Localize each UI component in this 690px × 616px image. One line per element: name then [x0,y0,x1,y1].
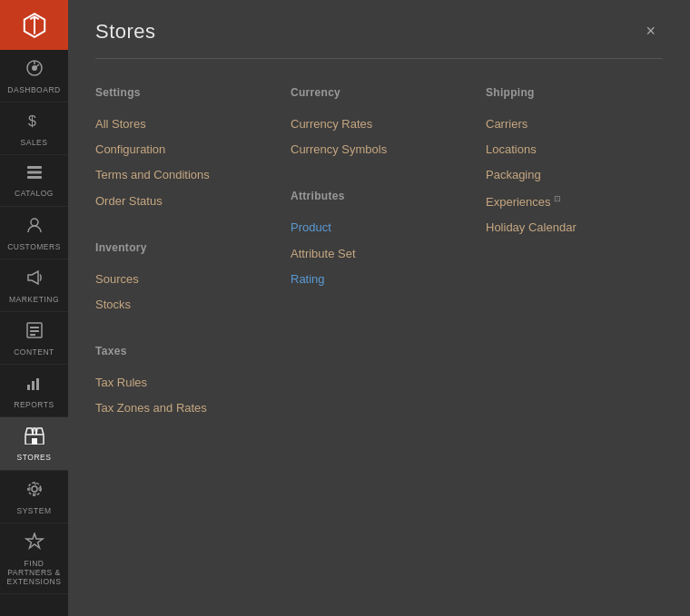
svg-marker-21 [26,533,43,548]
stores-panel: Stores × Settings All Stores Configurati… [68,0,690,616]
attributes-title: Attributes [291,190,468,202]
link-holiday-calendar[interactable]: Holiday Calendar [486,215,663,240]
system-label: SYSTEM [17,506,52,515]
column-1: Settings All Stores Configuration Terms … [95,86,272,449]
attributes-section: Attributes Product Attribute Set Rating [291,190,468,292]
link-packaging[interactable]: Packaging [486,162,663,188]
link-all-stores[interactable]: All Stores [95,112,272,137]
sidebar-item-content[interactable]: CONTENT [0,312,68,365]
reports-icon [25,374,44,396]
catalog-icon [25,164,44,185]
inventory-section: Inventory Sources Stocks [95,241,272,318]
sidebar-item-sales[interactable]: $ SALES [0,103,68,155]
sidebar-item-reports[interactable]: REPORTS [0,365,68,417]
marketing-label: MARKETING [9,295,59,304]
panel-header: Stores × [95,18,663,59]
svg-point-8 [31,219,38,226]
link-order-status[interactable]: Order Status [95,189,272,214]
sidebar-item-system[interactable]: SYSTEM [0,471,68,523]
svg-line-3 [36,64,39,67]
link-sources[interactable]: Sources [95,267,272,292]
shipping-section: Shipping Carriers Locations Packaging Ex… [486,86,663,240]
column-2: Currency Currency Rates Currency Symbols… [291,86,468,449]
svg-text:$: $ [28,113,36,129]
link-product[interactable]: Product [291,215,468,240]
sidebar-item-customers[interactable]: CUSTOMERS [0,207,68,259]
marketing-icon [25,269,44,291]
experiences-sup: ⊡ [554,194,561,203]
taxes-section: Taxes Tax Rules Tax Zones and Rates [95,345,272,421]
stores-label: STORES [17,453,52,462]
panel-title: Stores [95,20,156,44]
link-tax-rules[interactable]: Tax Rules [95,370,272,396]
settings-section: Settings All Stores Configuration Terms … [95,86,272,214]
link-configuration[interactable]: Configuration [95,137,272,162]
link-terms-conditions[interactable]: Terms and Conditions [95,162,272,188]
inventory-title: Inventory [95,241,272,254]
link-attribute-set[interactable]: Attribute Set [291,241,468,267]
svg-rect-6 [27,171,42,174]
dashboard-icon [25,59,44,82]
dashboard-label: DASHBOARD [7,85,60,94]
close-button[interactable]: × [638,18,663,44]
svg-rect-11 [30,330,39,332]
customers-label: CUSTOMERS [7,242,61,251]
svg-rect-5 [27,166,42,169]
svg-rect-13 [27,385,30,390]
sidebar-item-marketing[interactable]: MARKETING [0,259,68,312]
magento-logo [20,11,49,40]
svg-rect-15 [36,378,39,390]
link-stocks[interactable]: Stocks [95,292,272,318]
taxes-title: Taxes [95,345,272,357]
find-partners-icon [25,533,44,555]
svg-rect-12 [30,334,35,336]
svg-rect-10 [30,327,39,328]
svg-point-19 [32,486,37,492]
sidebar-item-stores[interactable]: STORES [0,417,68,470]
menu-grid: Settings All Stores Configuration Terms … [95,86,663,449]
main-content: Stores × Settings All Stores Configurati… [68,0,690,616]
sidebar: DASHBOARD $ SALES CATALOG CUSTOMERS [0,0,68,616]
link-experiences[interactable]: Experiences ⊡ [486,189,663,216]
system-icon [25,480,44,503]
sidebar-logo [0,0,68,50]
currency-title: Currency [291,86,468,99]
link-currency-rates[interactable]: Currency Rates [291,112,468,137]
find-partners-label: FIND PARTNERS & EXTENSIONS [5,559,64,587]
stores-icon [25,426,44,449]
svg-rect-18 [32,438,37,445]
sidebar-item-dashboard[interactable]: DASHBOARD [0,50,68,103]
link-locations[interactable]: Locations [486,137,663,162]
customers-icon [25,216,44,239]
column-3: Shipping Carriers Locations Packaging Ex… [486,86,663,449]
sidebar-item-catalog[interactable]: CATALOG [0,155,68,206]
settings-title: Settings [95,86,272,99]
catalog-label: CATALOG [15,189,54,198]
content-label: CONTENT [14,347,54,357]
link-carriers[interactable]: Carriers [486,112,663,137]
sidebar-item-find-partners[interactable]: FIND PARTNERS & EXTENSIONS [0,523,68,595]
svg-rect-7 [27,176,42,179]
svg-rect-14 [32,381,34,390]
reports-label: REPORTS [14,400,54,409]
link-currency-symbols[interactable]: Currency Symbols [291,137,468,162]
link-tax-zones-rates[interactable]: Tax Zones and Rates [95,396,272,421]
sales-icon: $ [25,112,44,134]
currency-section: Currency Currency Rates Currency Symbols [291,86,468,162]
link-rating[interactable]: Rating [291,267,468,292]
sales-label: SALES [21,138,48,147]
content-icon [25,321,44,344]
shipping-title: Shipping [486,86,663,99]
